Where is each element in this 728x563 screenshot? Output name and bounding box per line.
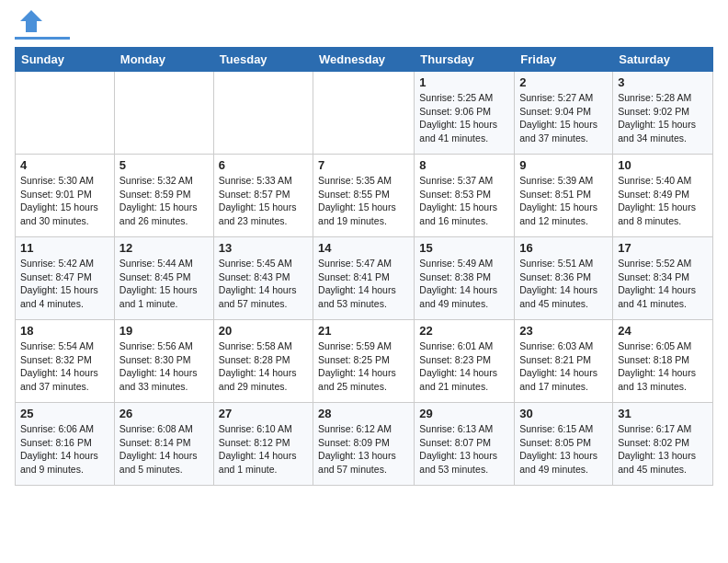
weekday-header: Saturday — [613, 48, 713, 72]
logo-underline — [15, 37, 70, 40]
calendar-cell: 10Sunrise: 5:40 AM Sunset: 8:49 PM Dayli… — [613, 155, 713, 237]
day-number: 28 — [318, 407, 409, 420]
calendar-cell: 31Sunrise: 6:17 AM Sunset: 8:02 PM Dayli… — [613, 403, 713, 486]
calendar-week-row: 18Sunrise: 5:54 AM Sunset: 8:32 PM Dayli… — [16, 320, 713, 403]
calendar-header: SundayMondayTuesdayWednesdayThursdayFrid… — [16, 48, 713, 72]
day-number: 2 — [519, 75, 608, 89]
weekday-header: Thursday — [415, 48, 515, 72]
day-info: Sunrise: 6:10 AM Sunset: 8:12 PM Dayligh… — [219, 422, 308, 477]
calendar-week-row: 1Sunrise: 5:25 AM Sunset: 9:06 PM Daylig… — [16, 72, 713, 155]
day-info: Sunrise: 6:08 AM Sunset: 8:14 PM Dayligh… — [119, 422, 209, 477]
day-info: Sunrise: 5:58 AM Sunset: 8:28 PM Dayligh… — [219, 339, 308, 394]
day-number: 5 — [119, 158, 209, 172]
day-number: 10 — [618, 158, 708, 172]
calendar-cell: 18Sunrise: 5:54 AM Sunset: 8:32 PM Dayli… — [16, 320, 115, 403]
weekday-header: Wednesday — [313, 48, 415, 72]
day-number: 8 — [419, 158, 509, 172]
calendar-cell: 16Sunrise: 5:51 AM Sunset: 8:36 PM Dayli… — [515, 237, 613, 320]
calendar-cell: 6Sunrise: 5:33 AM Sunset: 8:57 PM Daylig… — [213, 155, 313, 237]
day-info: Sunrise: 5:45 AM Sunset: 8:43 PM Dayligh… — [219, 257, 308, 311]
header — [15, 15, 713, 40]
calendar-cell: 7Sunrise: 5:35 AM Sunset: 8:55 PM Daylig… — [313, 155, 415, 237]
day-number: 25 — [20, 407, 109, 420]
day-info: Sunrise: 5:52 AM Sunset: 8:34 PM Dayligh… — [618, 257, 708, 311]
calendar-week-row: 4Sunrise: 5:30 AM Sunset: 9:01 PM Daylig… — [16, 155, 713, 237]
day-number: 7 — [318, 158, 409, 172]
calendar-cell: 22Sunrise: 6:01 AM Sunset: 8:23 PM Dayli… — [415, 320, 515, 403]
day-info: Sunrise: 6:05 AM Sunset: 8:18 PM Dayligh… — [618, 339, 708, 394]
calendar-cell: 1Sunrise: 5:25 AM Sunset: 9:06 PM Daylig… — [415, 72, 515, 155]
day-number: 4 — [20, 158, 109, 172]
day-info: Sunrise: 6:13 AM Sunset: 8:07 PM Dayligh… — [419, 422, 509, 477]
calendar-cell: 20Sunrise: 5:58 AM Sunset: 8:28 PM Dayli… — [213, 320, 313, 403]
day-info: Sunrise: 5:40 AM Sunset: 8:49 PM Dayligh… — [618, 174, 708, 228]
calendar-cell: 30Sunrise: 6:15 AM Sunset: 8:05 PM Dayli… — [515, 403, 613, 486]
day-number: 16 — [519, 241, 608, 255]
day-number: 23 — [519, 324, 608, 338]
calendar-cell: 27Sunrise: 6:10 AM Sunset: 8:12 PM Dayli… — [213, 403, 313, 486]
calendar-week-row: 11Sunrise: 5:42 AM Sunset: 8:47 PM Dayli… — [16, 237, 713, 320]
day-info: Sunrise: 5:37 AM Sunset: 8:53 PM Dayligh… — [419, 174, 509, 228]
day-info: Sunrise: 6:01 AM Sunset: 8:23 PM Dayligh… — [419, 339, 509, 394]
calendar-cell: 25Sunrise: 6:06 AM Sunset: 8:16 PM Dayli… — [16, 403, 115, 486]
calendar-cell — [313, 72, 415, 155]
day-info: Sunrise: 6:17 AM Sunset: 8:02 PM Dayligh… — [618, 422, 708, 477]
day-number: 24 — [618, 324, 708, 338]
calendar-cell — [16, 72, 115, 155]
day-number: 18 — [20, 324, 109, 338]
day-info: Sunrise: 6:06 AM Sunset: 8:16 PM Dayligh… — [20, 422, 109, 477]
logo — [15, 15, 70, 40]
day-number: 30 — [519, 407, 608, 420]
day-number: 21 — [318, 324, 409, 338]
calendar-week-row: 25Sunrise: 6:06 AM Sunset: 8:16 PM Dayli… — [16, 403, 713, 486]
calendar-cell: 9Sunrise: 5:39 AM Sunset: 8:51 PM Daylig… — [515, 155, 613, 237]
day-number: 15 — [419, 241, 509, 255]
calendar-cell: 17Sunrise: 5:52 AM Sunset: 8:34 PM Dayli… — [613, 237, 713, 320]
day-info: Sunrise: 5:30 AM Sunset: 9:01 PM Dayligh… — [20, 174, 109, 228]
day-number: 12 — [119, 241, 209, 255]
day-info: Sunrise: 6:15 AM Sunset: 8:05 PM Dayligh… — [519, 422, 608, 477]
day-info: Sunrise: 5:39 AM Sunset: 8:51 PM Dayligh… — [519, 174, 608, 228]
day-info: Sunrise: 6:03 AM Sunset: 8:21 PM Dayligh… — [519, 339, 608, 394]
weekday-header: Monday — [114, 48, 213, 72]
day-info: Sunrise: 5:54 AM Sunset: 8:32 PM Dayligh… — [20, 339, 109, 394]
calendar-cell: 29Sunrise: 6:13 AM Sunset: 8:07 PM Dayli… — [415, 403, 515, 486]
calendar-cell: 14Sunrise: 5:47 AM Sunset: 8:41 PM Dayli… — [313, 237, 415, 320]
day-number: 19 — [119, 324, 209, 338]
weekday-header: Friday — [515, 48, 613, 72]
day-info: Sunrise: 5:59 AM Sunset: 8:25 PM Dayligh… — [318, 339, 409, 394]
calendar-cell: 4Sunrise: 5:30 AM Sunset: 9:01 PM Daylig… — [16, 155, 115, 237]
day-info: Sunrise: 5:47 AM Sunset: 8:41 PM Dayligh… — [318, 257, 409, 311]
calendar-cell: 24Sunrise: 6:05 AM Sunset: 8:18 PM Dayli… — [613, 320, 713, 403]
day-info: Sunrise: 5:49 AM Sunset: 8:38 PM Dayligh… — [419, 257, 509, 311]
calendar-table: SundayMondayTuesdayWednesdayThursdayFrid… — [15, 47, 713, 486]
day-number: 26 — [119, 407, 209, 420]
day-number: 17 — [618, 241, 708, 255]
calendar-cell: 26Sunrise: 6:08 AM Sunset: 8:14 PM Dayli… — [114, 403, 213, 486]
day-number: 6 — [219, 158, 308, 172]
calendar-cell — [114, 72, 213, 155]
logo-icon — [18, 8, 44, 34]
day-info: Sunrise: 6:12 AM Sunset: 8:09 PM Dayligh… — [318, 422, 409, 477]
calendar-cell: 19Sunrise: 5:56 AM Sunset: 8:30 PM Dayli… — [114, 320, 213, 403]
day-number: 22 — [419, 324, 509, 338]
day-number: 29 — [419, 407, 509, 420]
day-info: Sunrise: 5:35 AM Sunset: 8:55 PM Dayligh… — [318, 174, 409, 228]
day-number: 20 — [219, 324, 308, 338]
day-info: Sunrise: 5:56 AM Sunset: 8:30 PM Dayligh… — [119, 339, 209, 394]
calendar-cell: 3Sunrise: 5:28 AM Sunset: 9:02 PM Daylig… — [613, 72, 713, 155]
day-info: Sunrise: 5:51 AM Sunset: 8:36 PM Dayligh… — [519, 257, 608, 311]
day-number: 9 — [519, 158, 608, 172]
calendar-cell: 15Sunrise: 5:49 AM Sunset: 8:38 PM Dayli… — [415, 237, 515, 320]
weekday-header: Sunday — [16, 48, 115, 72]
calendar-cell: 13Sunrise: 5:45 AM Sunset: 8:43 PM Dayli… — [213, 237, 313, 320]
calendar-cell: 2Sunrise: 5:27 AM Sunset: 9:04 PM Daylig… — [515, 72, 613, 155]
day-number: 13 — [219, 241, 308, 255]
day-info: Sunrise: 5:27 AM Sunset: 9:04 PM Dayligh… — [519, 91, 608, 145]
day-info: Sunrise: 5:42 AM Sunset: 8:47 PM Dayligh… — [20, 257, 109, 311]
calendar-cell: 23Sunrise: 6:03 AM Sunset: 8:21 PM Dayli… — [515, 320, 613, 403]
calendar-cell: 21Sunrise: 5:59 AM Sunset: 8:25 PM Dayli… — [313, 320, 415, 403]
calendar-body: 1Sunrise: 5:25 AM Sunset: 9:06 PM Daylig… — [16, 72, 713, 486]
calendar-cell: 28Sunrise: 6:12 AM Sunset: 8:09 PM Dayli… — [313, 403, 415, 486]
calendar-cell — [213, 72, 313, 155]
